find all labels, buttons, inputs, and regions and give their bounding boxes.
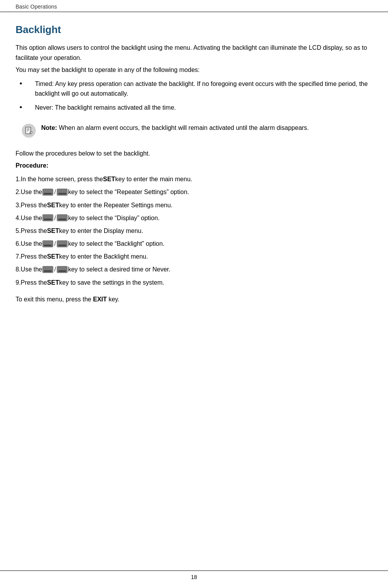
step-7-after: key to enter the Backlight menu. xyxy=(59,251,148,262)
step-1-after: key to enter the main menu. xyxy=(115,174,192,184)
bullet-list: Timed: Any key press operation can activ… xyxy=(27,79,372,113)
step-5-num: 5. xyxy=(16,226,21,236)
note-text: Note: When an alarm event occurs, the ba… xyxy=(41,123,309,133)
modes-intro: You may set the backlight to operate in … xyxy=(16,65,372,75)
step-4-before: Use the xyxy=(21,213,42,223)
step-9-num: 9. xyxy=(16,277,21,288)
step-8-before: Use the xyxy=(21,264,42,275)
step-5-bold: SET xyxy=(47,226,59,236)
step-2-num: 2. xyxy=(16,187,21,197)
step-8: 8. Use the / key to select a desired tim… xyxy=(16,264,372,275)
steps-container: 1. In the home screen, press the SET key… xyxy=(16,174,372,288)
step-3-before: Press the xyxy=(21,200,47,210)
nav-key-icon-6: / xyxy=(42,238,68,249)
procedure-label: Procedure: xyxy=(16,162,372,169)
note-box: ✎ Note: When an alarm event occurs, the … xyxy=(16,119,372,142)
intro-paragraph-1: This option allows users to control the … xyxy=(16,43,372,63)
note-icon: ✎ xyxy=(22,124,36,138)
step-7-num: 7. xyxy=(16,251,21,262)
up-key-4 xyxy=(42,214,53,221)
exit-bold: EXIT xyxy=(93,296,107,303)
page-number: 18 xyxy=(191,574,197,580)
exit-text: To exit this menu, press the EXIT key. xyxy=(16,294,372,304)
step-3-bold: SET xyxy=(47,200,59,210)
step-4-num: 4. xyxy=(16,213,21,223)
up-key-8 xyxy=(42,266,53,273)
nav-key-icon-2: / xyxy=(42,187,68,197)
nav-key-icon-4: / xyxy=(42,213,68,223)
step-1-before: In the home screen, press the xyxy=(21,174,103,184)
page-title: Backlight xyxy=(16,24,372,36)
exit-after: key. xyxy=(108,296,119,303)
step-3-after: key to enter the Repeater Settings menu. xyxy=(59,200,173,210)
step-1-bold: SET xyxy=(103,174,115,184)
step-5-after: key to enter the Display menu. xyxy=(59,226,143,236)
step-6-after: key to select the “Backlight” option. xyxy=(68,238,164,249)
header-text: Basic Operations xyxy=(16,4,57,10)
step-9-bold: SET xyxy=(47,277,59,288)
page-content: Backlight This option allows users to co… xyxy=(0,12,388,328)
step-4: 4. Use the / key to select the “Display”… xyxy=(16,213,372,223)
bullet-never: Never: The backlight remains activated a… xyxy=(27,103,372,113)
step-9-before: Press the xyxy=(21,277,47,288)
up-key xyxy=(42,189,53,196)
step-6: 6. Use the / key to select the “Backligh… xyxy=(16,238,372,249)
step-8-num: 8. xyxy=(16,264,21,275)
step-7: 7. Press the SET key to enter the Backli… xyxy=(16,251,372,262)
step-2-before: Use the xyxy=(21,187,42,197)
step-6-num: 6. xyxy=(16,238,21,249)
bullet-timed: Timed: Any key press operation can activ… xyxy=(27,79,372,99)
step-4-after: key to select the “Display” option. xyxy=(68,213,160,223)
step-9: 9. Press the SET key to save the setting… xyxy=(16,277,372,288)
step-6-before: Use the xyxy=(21,238,42,249)
step-2: 2. Use the / key to select the “Repeater… xyxy=(16,187,372,197)
step-7-before: Press the xyxy=(21,251,47,262)
step-5: 5. Press the SET key to enter the Displa… xyxy=(16,226,372,236)
down-key-8 xyxy=(57,266,68,273)
step-9-after: key to save the settings in the system. xyxy=(59,277,164,288)
page-header: Basic Operations xyxy=(0,0,388,12)
step-2-after: key to select the “Repeater Settings” op… xyxy=(68,187,189,197)
down-key-4 xyxy=(57,214,68,221)
down-key xyxy=(57,189,68,196)
step-3: 3. Press the SET key to enter the Repeat… xyxy=(16,200,372,210)
page-footer: 18 xyxy=(0,570,388,580)
svg-text:✎: ✎ xyxy=(31,132,33,134)
step-3-num: 3. xyxy=(16,200,21,210)
step-5-before: Press the xyxy=(21,226,47,236)
nav-key-icon-8: / xyxy=(42,264,68,275)
exit-before: To exit this menu, press the xyxy=(16,296,93,303)
step-7-bold: SET xyxy=(47,251,59,262)
down-key-6 xyxy=(57,240,68,247)
up-key-6 xyxy=(42,240,53,247)
step-1: 1. In the home screen, press the SET key… xyxy=(16,174,372,184)
follow-text: Follow the procedures below to set the b… xyxy=(16,149,372,159)
step-8-after: key to select a desired time or Never. xyxy=(68,264,170,275)
step-1-num: 1. xyxy=(16,174,21,184)
